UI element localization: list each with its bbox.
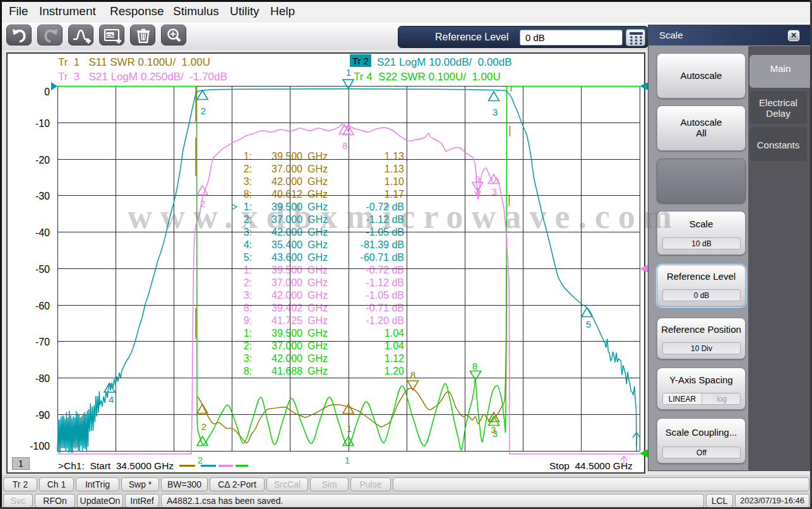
svg-text:1:: 1: (244, 328, 252, 338)
svg-text:4: 4 (109, 394, 114, 405)
svg-text:GHz: GHz (307, 366, 328, 376)
svg-text:1.04: 1.04 (385, 328, 404, 338)
svg-text:-10: -10 (35, 118, 50, 129)
svg-text:39.500: 39.500 (272, 328, 302, 338)
svg-text:3:: 3: (244, 176, 252, 187)
svg-text:-1.20 dB: -1.20 dB (366, 315, 404, 326)
svg-text:2: 2 (198, 455, 203, 465)
svg-text:9: 9 (475, 174, 480, 184)
svg-text:41.725: 41.725 (272, 315, 302, 326)
svg-text:3: 3 (493, 107, 498, 117)
svg-text:GHz: GHz (307, 353, 328, 364)
svg-text:-20: -20 (35, 155, 50, 165)
svg-text:-81.39 dB: -81.39 dB (361, 239, 404, 250)
svg-text:1.12: 1.12 (385, 353, 404, 364)
svg-text:2:: 2: (244, 277, 252, 288)
svg-text:4:: 4: (244, 239, 252, 250)
svg-text:-1.05 dB: -1.05 dB (366, 290, 404, 301)
svg-text:GHz: GHz (307, 302, 328, 313)
svg-text:1:: 1: (244, 265, 252, 275)
svg-text:3: 3 (492, 186, 497, 197)
svg-text:-40: -40 (35, 227, 50, 238)
svg-text:35.400: 35.400 (272, 239, 302, 250)
svg-text:GHz: GHz (307, 176, 328, 187)
svg-text:2: 2 (201, 105, 206, 116)
svg-text:42.000: 42.000 (272, 176, 302, 187)
svg-text:41.688: 41.688 (272, 366, 302, 376)
svg-text:-60: -60 (35, 301, 50, 311)
svg-text:0: 0 (44, 87, 50, 97)
svg-text:Ch: Ch (107, 33, 114, 39)
svg-text:42.000: 42.000 (272, 353, 302, 364)
svg-text:1:: 1: (244, 151, 252, 162)
svg-text:3: 3 (493, 428, 498, 439)
svg-text:GHz: GHz (307, 265, 328, 275)
svg-text:8: 8 (410, 369, 415, 380)
svg-text:42.000: 42.000 (272, 290, 302, 301)
svg-text:5:: 5: (244, 252, 252, 263)
svg-text:8:: 8: (244, 366, 252, 376)
svg-text:-0.71 dB: -0.71 dB (366, 302, 404, 313)
svg-text:GHz: GHz (307, 164, 328, 174)
svg-text:-90: -90 (35, 410, 50, 421)
svg-text:1: 1 (346, 67, 351, 78)
svg-text:3:: 3: (244, 353, 252, 364)
svg-text:3:: 3: (244, 290, 252, 301)
svg-text:2:: 2: (244, 164, 252, 174)
svg-text:1: 1 (347, 423, 352, 434)
svg-text:-1.12 dB: -1.12 dB (366, 277, 404, 288)
svg-text:GHz: GHz (307, 239, 328, 250)
svg-text:-50: -50 (35, 264, 50, 275)
svg-text:-80: -80 (35, 373, 50, 384)
svg-text:43.600: 43.600 (272, 252, 302, 263)
svg-text:-30: -30 (35, 191, 50, 201)
svg-text:1.13: 1.13 (385, 151, 404, 162)
svg-text:39.500: 39.500 (272, 265, 302, 275)
svg-text:1.13: 1.13 (385, 164, 404, 174)
svg-text:GHz: GHz (307, 328, 328, 338)
svg-text:GHz: GHz (307, 151, 328, 162)
svg-text:5: 5 (586, 319, 591, 330)
svg-text:-0.72 dB: -0.72 dB (366, 265, 404, 275)
svg-text:8: 8 (472, 361, 477, 371)
svg-text:1: 1 (345, 455, 350, 465)
svg-text:37.000: 37.000 (272, 164, 302, 174)
svg-text:8:: 8: (244, 302, 252, 313)
svg-text:GHz: GHz (307, 315, 328, 326)
svg-text:-100: -100 (30, 441, 50, 452)
svg-text:1.20: 1.20 (385, 366, 404, 376)
svg-text:GHz: GHz (307, 290, 328, 301)
svg-text:GHz: GHz (307, 277, 328, 288)
svg-text:GHz: GHz (307, 252, 328, 263)
svg-text:9:: 9: (244, 315, 252, 326)
svg-text:-70: -70 (35, 337, 50, 347)
svg-text:2: 2 (201, 421, 206, 432)
svg-text:-60.71 dB: -60.71 dB (361, 252, 404, 263)
svg-text:39.402: 39.402 (272, 302, 302, 313)
svg-text:1.10: 1.10 (385, 176, 404, 187)
svg-text:37.000: 37.000 (272, 277, 302, 288)
svg-text:39.500: 39.500 (272, 151, 302, 162)
svg-text:8: 8 (342, 140, 347, 151)
